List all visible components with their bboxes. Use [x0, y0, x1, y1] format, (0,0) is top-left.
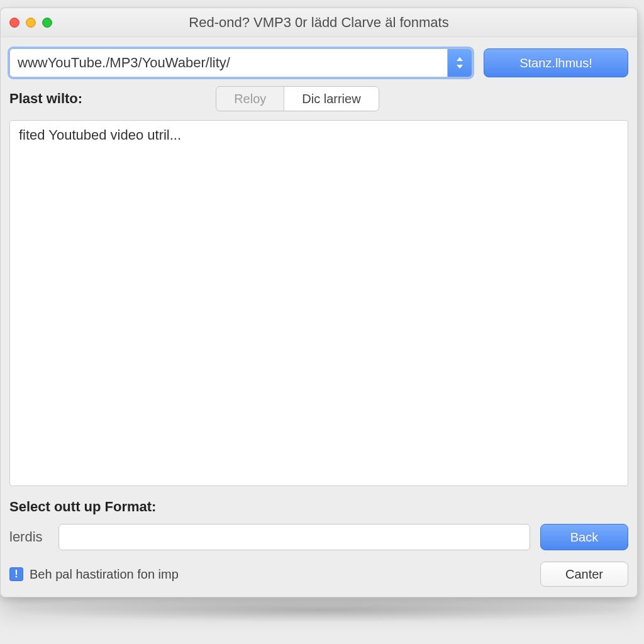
close-icon[interactable] — [9, 18, 19, 28]
format-input[interactable] — [58, 524, 530, 550]
footer-row: ! Beh pal hastiration fon imp Canter — [9, 562, 628, 587]
zoom-icon[interactable] — [42, 18, 52, 28]
video-list[interactable]: fited Youtubed video utril... — [9, 120, 628, 486]
chevron-updown-icon — [455, 56, 464, 70]
playlist-label: Plast wilto: — [9, 91, 82, 107]
url-row: Stanz.lhmus! — [9, 48, 628, 77]
playlist-label-row: Plast wilto: Reloy Dic larriew — [9, 86, 628, 111]
canter-button[interactable]: Canter — [540, 562, 628, 587]
traffic-lights — [9, 18, 52, 28]
titlebar[interactable]: Red-ond? VMP3 0r lädd Clarve äl fonmats — [1, 8, 637, 37]
window-title: Red-ond? VMP3 0r lädd Clarve äl fonmats — [1, 14, 637, 31]
format-section-label: Select outt up Format: — [9, 499, 628, 515]
seg-diclarriew[interactable]: Dic larriew — [284, 87, 378, 111]
format-prefix: lerdis — [9, 529, 48, 545]
info-text: Beh pal hastiration fon imp — [30, 567, 179, 582]
url-dropdown-button[interactable] — [447, 48, 472, 77]
url-input[interactable] — [9, 48, 447, 77]
list-item[interactable]: fited Youtubed video utril... — [19, 127, 619, 143]
content-area: Stanz.lhmus! Plast wilto: Reloy Dic larr… — [1, 37, 637, 597]
drop-shadow — [0, 597, 644, 623]
svg-marker-1 — [457, 65, 463, 69]
app-window: Red-ond? VMP3 0r lädd Clarve äl fonmats — [0, 8, 638, 597]
seg-reloy[interactable]: Reloy — [216, 87, 284, 111]
playlist-segmented: Reloy Dic larriew — [216, 86, 379, 111]
info-chunk: ! Beh pal hastiration fon imp — [9, 567, 179, 582]
info-icon: ! — [9, 567, 23, 581]
url-combo — [9, 48, 472, 77]
svg-marker-0 — [457, 57, 463, 61]
format-row: lerdis Back — [9, 524, 628, 550]
minimize-icon[interactable] — [26, 18, 36, 28]
back-button[interactable]: Back — [540, 524, 628, 550]
start-button[interactable]: Stanz.lhmus! — [484, 48, 628, 77]
